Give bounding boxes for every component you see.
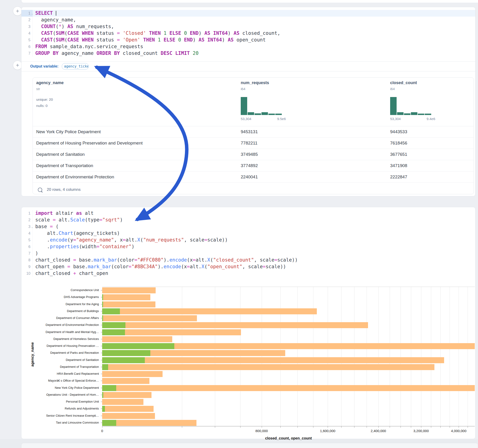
code-text: scale = alt.Scale(type="sqrt") bbox=[32, 217, 123, 223]
code-line[interactable]: 4 CAST(SUM(CASE WHEN status = 'Closed' T… bbox=[21, 30, 475, 37]
line-number: 4 bbox=[21, 230, 32, 237]
code-token bbox=[172, 50, 175, 56]
code-token: "#8BC34A" bbox=[132, 264, 158, 269]
table-row[interactable]: Department of Environmental Protection22… bbox=[33, 171, 474, 183]
y-axis-tick bbox=[101, 304, 102, 305]
code-token bbox=[120, 31, 123, 36]
code-token bbox=[161, 37, 164, 43]
code-line[interactable]: 2scale = alt.Scale(type="sqrt") bbox=[21, 217, 475, 223]
closed_count-bar bbox=[102, 420, 196, 426]
code-token bbox=[79, 37, 82, 43]
add-cell-button[interactable]: + bbox=[13, 6, 22, 16]
gridline bbox=[450, 287, 450, 426]
code-token: BY bbox=[114, 50, 120, 56]
altair-bar-chart: agency_name Correspondence UnitDHS Advan… bbox=[21, 283, 475, 438]
gridline bbox=[421, 287, 421, 426]
code-line[interactable]: 1⌄SELECT bbox=[21, 10, 475, 17]
column-header[interactable]: agency_namestrunique: 20nulls: 0 bbox=[36, 81, 64, 109]
x-axis-tick bbox=[431, 426, 431, 428]
code-line[interactable]: 5 CAST(SUM(CASE WHEN status = 'Open' THE… bbox=[21, 37, 475, 43]
table-row[interactable]: Department of Transportation377489234719… bbox=[33, 160, 474, 171]
code-line[interactable]: 10chart_closed + chart_open bbox=[21, 270, 475, 277]
code-token bbox=[210, 31, 213, 36]
code-line[interactable]: 1import altair as alt bbox=[21, 210, 475, 217]
output-variable-pill[interactable]: agency_tickets bbox=[62, 63, 88, 70]
dataframe-header: agency_namestrunique: 20nulls: 0num_requ… bbox=[33, 78, 474, 126]
x-axis-tick bbox=[468, 426, 468, 428]
code-token bbox=[120, 37, 123, 43]
closed_count-bar bbox=[102, 301, 155, 307]
code-line[interactable]: 2 agency_name, bbox=[21, 17, 475, 23]
code-token: "container" bbox=[99, 244, 132, 249]
y-axis-label: Mayorâ€ s Office of Special Enforce… bbox=[21, 379, 99, 382]
open_count-bar bbox=[102, 385, 116, 391]
x-axis-tick-label: 3,200,000 bbox=[413, 429, 429, 433]
code-token: scale bbox=[35, 217, 53, 223]
dataframe-preview: agency_namestrunique: 20nulls: 0num_requ… bbox=[32, 77, 474, 194]
code-token: * bbox=[59, 24, 62, 29]
y-axis-tick bbox=[101, 311, 102, 311]
code-line[interactable]: 7) bbox=[21, 250, 475, 257]
gridline bbox=[280, 287, 281, 426]
code-line[interactable]: 8chart_closed = base.mark_bar(color="#FF… bbox=[21, 257, 475, 263]
y-axis-label: Department of Consumer Affairs bbox=[21, 316, 99, 320]
code-token: THEN bbox=[149, 31, 161, 36]
y-axis-tick bbox=[101, 388, 102, 388]
code-token: X bbox=[201, 264, 205, 269]
y-axis-label: Department of Parks and Recreation bbox=[21, 351, 99, 355]
gridline bbox=[341, 287, 341, 426]
code-line[interactable]: 5 .encode(y="agency_name", x=alt.X("num_… bbox=[21, 237, 475, 243]
open_count-bar bbox=[102, 406, 105, 412]
x-axis-tick bbox=[182, 426, 182, 428]
open_count-bar bbox=[102, 301, 103, 307]
code-token: base. bbox=[70, 264, 88, 269]
fold-chevron-icon[interactable]: ⌄ bbox=[31, 224, 33, 230]
table-row[interactable]: New York City Police Department945313194… bbox=[33, 126, 474, 137]
column-stat: nulls: 0 bbox=[36, 103, 64, 109]
y-axis-label: Refunds and Adjustments bbox=[21, 407, 99, 410]
closed_count-bar bbox=[102, 385, 475, 391]
column-histogram bbox=[241, 97, 282, 115]
code-token: num_requests, bbox=[73, 24, 114, 29]
closed_count-bar bbox=[102, 294, 150, 300]
code-line[interactable]: 3 COUNT(*) AS num_requests, bbox=[21, 23, 475, 30]
python-code-editor[interactable]: 1import altair as alt2scale = alt.Scale(… bbox=[21, 207, 475, 277]
code-token bbox=[111, 50, 114, 56]
fold-chevron-icon[interactable]: ⌄ bbox=[31, 10, 33, 17]
y-axis-label: Department of Transportation bbox=[21, 365, 99, 368]
code-line[interactable]: 3⌄base = ( bbox=[21, 223, 475, 230]
code-token: 0 bbox=[178, 37, 181, 43]
code-line[interactable]: 6 .properties(width="container") bbox=[21, 243, 475, 250]
x-axis-tick bbox=[328, 426, 328, 428]
x-axis-tick-label: 2,400,000 bbox=[371, 429, 386, 433]
y-axis-tick bbox=[101, 325, 102, 325]
code-token: sample_data.nyc.service_requests bbox=[47, 44, 143, 49]
code-token: 'Open' bbox=[123, 37, 140, 43]
code-token: ( bbox=[56, 24, 59, 29]
table-row[interactable]: Department of Housing Preservation and D… bbox=[33, 137, 474, 149]
code-token: ELSE bbox=[170, 31, 181, 36]
code-token: = bbox=[73, 237, 76, 243]
add-cell-button[interactable]: + bbox=[13, 61, 22, 70]
code-token: Chart bbox=[59, 230, 73, 236]
closed_count-bar bbox=[102, 357, 444, 363]
gridline bbox=[401, 287, 401, 426]
code-text: chart_closed = base.mark_bar(color="#FFC… bbox=[32, 257, 298, 263]
y-axis-label: Department of Homeless Services bbox=[21, 337, 99, 341]
column-header[interactable]: num_requestsi6453,3049.5e6 bbox=[241, 81, 269, 91]
column-header[interactable]: closed_counti6453,3049.4e6 bbox=[390, 81, 417, 91]
code-token: ). bbox=[158, 264, 164, 269]
code-text: CAST(SUM(CASE WHEN status = 'Closed' THE… bbox=[32, 30, 280, 37]
code-line[interactable]: 9chart_open = base.mark_bar(color="#8BC3… bbox=[21, 263, 475, 270]
code-line[interactable]: 6FROM sample_data.nyc.service_requests bbox=[21, 43, 475, 50]
line-number: 7 bbox=[21, 250, 32, 257]
code-line[interactable]: 4 alt.Chart(agency_tickets) bbox=[21, 230, 475, 237]
gridline bbox=[182, 287, 182, 426]
search-icon[interactable] bbox=[38, 188, 42, 192]
sql-code-editor[interactable]: 1⌄SELECT 2 agency_name,3 COUNT(*) AS num… bbox=[21, 7, 475, 57]
code-token: = bbox=[99, 217, 102, 223]
code-line[interactable]: 7GROUP BY agency_name ORDER BY closed_co… bbox=[21, 50, 475, 57]
code-token: 0 bbox=[184, 31, 187, 36]
histogram-range-labels: 53,3049.5e6 bbox=[241, 117, 305, 121]
table-row[interactable]: Department of Sanitation37494853677651 bbox=[33, 149, 474, 160]
